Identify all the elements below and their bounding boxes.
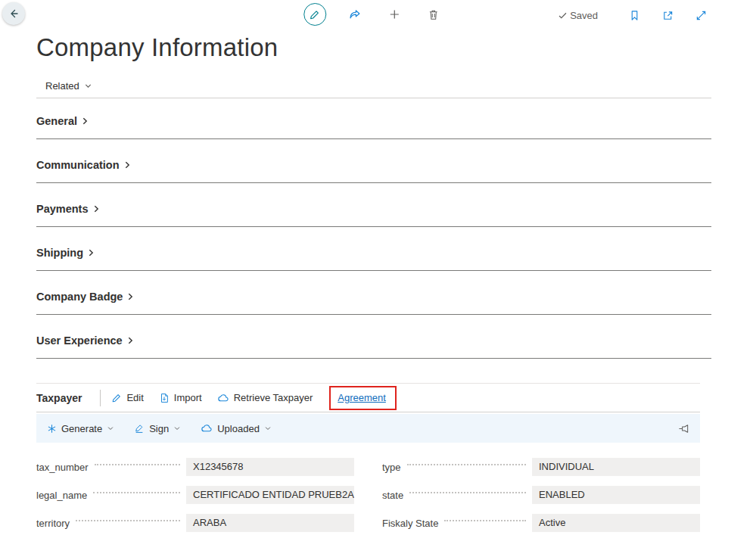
field-value[interactable]: Active (532, 514, 700, 532)
generate-menu-button[interactable]: Generate (47, 423, 114, 434)
menu-bar: Related (36, 74, 711, 98)
section-label: Shipping (36, 247, 83, 259)
save-status: Saved (558, 10, 598, 21)
check-icon (558, 11, 568, 20)
field-value[interactable]: ENABLED (532, 486, 700, 504)
record-actions (303, 3, 444, 26)
action-label: Edit (126, 392, 143, 403)
fasttab-list: General Communication Payments Shipping (36, 98, 711, 359)
sign-menu-button[interactable]: Sign (134, 423, 181, 434)
section-label: General (36, 115, 77, 127)
chevron-down-icon (264, 425, 272, 432)
edit-taxpayer-button[interactable]: Edit (111, 392, 143, 403)
dotted-leader (76, 520, 180, 521)
agreement-highlight-box: Agreement (329, 386, 397, 410)
page-content: Company Information Related General Comm… (0, 33, 753, 542)
uploaded-menu-button[interactable]: Uploaded (201, 422, 272, 434)
section-user-experience-toggle[interactable]: User Experience (36, 334, 135, 347)
dotted-leader (444, 520, 526, 521)
dotted-leader (409, 492, 526, 493)
delete-button[interactable] (423, 4, 444, 25)
share-icon (348, 8, 361, 21)
open-in-window-icon (662, 10, 674, 21)
action-label: Import (174, 392, 202, 403)
trash-icon (428, 9, 439, 20)
bookmark-button[interactable] (624, 5, 645, 26)
chevron-down-icon (107, 425, 114, 432)
taxpayer-part: Taxpayer Edit Import (36, 383, 700, 542)
field-value[interactable]: X12345678 (186, 458, 354, 476)
expand-arrows-icon (695, 10, 707, 21)
field-label: territory (36, 518, 70, 529)
chevron-right-icon (123, 160, 132, 170)
field-label: Fiskaly State (382, 518, 438, 529)
taxpayer-part-title: Taxpayer (36, 392, 82, 404)
cloud-icon (201, 422, 213, 434)
pencil-icon (111, 393, 122, 403)
import-icon (159, 393, 170, 403)
field-label: type (382, 462, 401, 473)
new-button[interactable] (384, 4, 405, 25)
retrieve-taxpayer-button[interactable]: Retrieve Taxpayer (217, 392, 313, 404)
section-company-badge: Company Badge (36, 271, 711, 315)
dotted-leader (95, 464, 180, 465)
field-label: state (382, 490, 403, 501)
sparkle-icon (47, 424, 57, 434)
chevron-down-icon (173, 425, 181, 432)
section-label: User Experience (36, 334, 123, 347)
plus-icon (388, 8, 400, 20)
related-menu-label: Related (45, 80, 79, 92)
field-legal-name: legal_name CERTIFICADO ENTIDAD PRUEB2AS (36, 486, 354, 504)
edit-button[interactable] (303, 3, 326, 26)
section-shipping: Shipping (36, 227, 711, 271)
section-general-toggle[interactable]: General (36, 115, 89, 127)
chevron-right-icon (126, 292, 135, 301)
expand-button[interactable] (690, 5, 711, 26)
back-button[interactable] (2, 2, 25, 25)
chevron-down-icon (84, 82, 92, 90)
pencil-icon (309, 9, 320, 20)
action-bar: Saved (0, 0, 753, 29)
taxpayer-command-bar: Generate Sign (36, 414, 700, 443)
field-value[interactable]: CERTIFICADO ENTIDAD PRUEB2AS (186, 486, 354, 504)
menu-label: Uploaded (217, 423, 260, 434)
open-in-window-button[interactable] (657, 5, 678, 26)
cloud-icon (217, 392, 229, 404)
field-value[interactable]: ARABA (186, 514, 354, 532)
page-actions: Saved (558, 5, 711, 26)
fields-left-column: tax_number X12345678 legal_name CERTIFIC… (36, 458, 354, 542)
section-label: Payments (36, 203, 89, 215)
section-user-experience: User Experience (36, 315, 711, 359)
saved-label: Saved (570, 10, 598, 21)
chevron-right-icon (126, 336, 135, 345)
dotted-leader (93, 492, 180, 493)
pin-icon (678, 423, 689, 434)
section-communication: Communication (36, 139, 711, 183)
related-menu-button[interactable]: Related (36, 80, 95, 92)
fields-right-column: type INDIVIDUAL state ENABLED Fiskaly St… (382, 458, 700, 542)
section-general: General (36, 98, 711, 139)
bookmark-icon (629, 10, 640, 21)
taxpayer-toolbar: Taxpayer Edit Import (36, 384, 700, 412)
section-label: Communication (36, 159, 120, 171)
company-information-page: Saved Company Information (0, 0, 753, 542)
chevron-right-icon (86, 248, 95, 257)
section-shipping-toggle[interactable]: Shipping (36, 247, 95, 259)
section-payments-toggle[interactable]: Payments (36, 203, 101, 215)
agreement-button[interactable]: Agreement (338, 392, 386, 403)
field-state: state ENABLED (382, 486, 700, 504)
import-button[interactable]: Import (159, 392, 202, 403)
field-value[interactable]: INDIVIDUAL (532, 458, 700, 476)
share-button[interactable] (344, 4, 366, 25)
back-arrow-icon (8, 8, 20, 20)
taxpayer-fields: tax_number X12345678 legal_name CERTIFIC… (36, 458, 700, 542)
section-communication-toggle[interactable]: Communication (36, 159, 132, 171)
field-label: tax_number (36, 462, 89, 473)
toolbar-divider (100, 390, 101, 406)
field-tax-number: tax_number X12345678 (36, 458, 354, 476)
chevron-right-icon (80, 117, 89, 126)
chevron-right-icon (92, 204, 101, 213)
pin-button[interactable] (678, 423, 689, 434)
section-company-badge-toggle[interactable]: Company Badge (36, 291, 135, 303)
sign-icon (134, 423, 145, 434)
